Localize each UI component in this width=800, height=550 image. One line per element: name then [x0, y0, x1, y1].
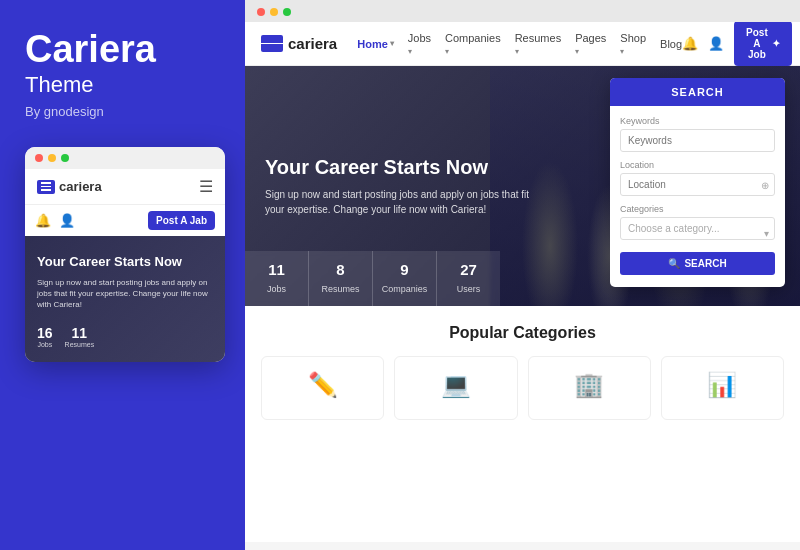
hero-desc: Sign up now and start posting jobs and a… [265, 187, 545, 217]
desktop-post-job-label: Post A Job [746, 27, 768, 60]
location-label: Location [620, 160, 775, 170]
titlebar-dot-green [61, 154, 69, 162]
right-panel: cariera Home ▾ Jobs ▾ Companies ▾ Resume… [245, 0, 800, 550]
design-icon: ✏️ [270, 371, 375, 399]
keywords-label: Keywords [620, 116, 775, 126]
hero-title: Your Career Starts Now [265, 156, 545, 179]
mobile-post-job-button[interactable]: Post A Jab [148, 211, 215, 230]
mobile-hero: Your Career Starts Now Sign up now and s… [25, 236, 225, 362]
desktop-logo: cariera [261, 35, 337, 52]
mobile-navbar: cariera ☰ [25, 169, 225, 205]
mobile-stats: 16 Jobs 11 Resumes [37, 325, 213, 348]
search-header: SEARCH [610, 78, 785, 106]
hamburger-icon[interactable]: ☰ [199, 177, 213, 196]
hero-text: Your Career Starts Now Sign up now and s… [265, 156, 545, 217]
category-card-tech[interactable]: 💻 [394, 356, 517, 420]
hero-users-num: 27 [442, 261, 495, 278]
categories-section: Popular Categories ✏️ 💻 🏢 📊 [245, 306, 800, 430]
mobile-stat-jobs: 16 Jobs [37, 325, 53, 348]
category-card-finance[interactable]: 📊 [661, 356, 784, 420]
tech-icon: 💻 [403, 371, 508, 399]
nav-pages-label: Pages [575, 32, 606, 44]
nav-companies-label: Companies [445, 32, 501, 44]
categories-select[interactable]: Choose a category... [620, 217, 775, 240]
browser-content: cariera Home ▾ Jobs ▾ Companies ▾ Resume… [245, 22, 800, 542]
nav-bell-icon[interactable]: 🔔 [682, 36, 698, 51]
hero-jobs-num: 11 [250, 261, 303, 278]
nav-link-shop[interactable]: Shop ▾ [620, 32, 646, 56]
mobile-icons: 🔔 👤 [35, 213, 75, 228]
nav-jobs-label: Jobs [408, 32, 431, 44]
post-job-icon: ✦ [772, 38, 780, 49]
nav-shop-label: Shop [620, 32, 646, 44]
nav-pages-chevron: ▾ [575, 47, 579, 56]
nav-link-companies[interactable]: Companies ▾ [445, 32, 501, 56]
nav-home-chevron: ▾ [390, 39, 394, 48]
mobile-jobs-count: 16 [37, 325, 53, 341]
search-button-label: SEARCH [684, 258, 726, 269]
nav-companies-chevron: ▾ [445, 47, 449, 56]
keywords-input[interactable] [620, 129, 775, 152]
nav-link-jobs[interactable]: Jobs ▾ [408, 32, 431, 56]
location-field-row: ⊕ [620, 173, 775, 196]
hero-users-label: Users [457, 284, 481, 294]
left-panel: Cariera Theme By gnodesign cariera ☰ 🔔 [0, 0, 245, 550]
hero-companies-num: 9 [378, 261, 431, 278]
titlebar-dot-red [35, 154, 43, 162]
mobile-resumes-label: Resumes [65, 341, 95, 348]
logo-icon [37, 180, 55, 194]
search-body: Keywords Location ⊕ Categories Choose a … [610, 106, 785, 287]
mobile-jobs-label: Jobs [37, 341, 53, 348]
mobile-action-bar: 🔔 👤 Post A Jab [25, 205, 225, 236]
nav-link-resumes[interactable]: Resumes ▾ [515, 32, 561, 56]
nav-home-label: Home [357, 38, 388, 50]
nav-link-blog[interactable]: Blog [660, 38, 682, 50]
category-card-business[interactable]: 🏢 [528, 356, 651, 420]
browser-dot-red [257, 8, 265, 16]
hero-resumes-label: Resumes [321, 284, 359, 294]
nav-user-icon[interactable]: 👤 [708, 36, 724, 51]
categories-title: Popular Categories [261, 324, 784, 342]
desktop-nav-links: Home ▾ Jobs ▾ Companies ▾ Resumes ▾ Page… [357, 32, 682, 56]
user-icon: 👤 [59, 213, 75, 228]
desktop-logo-text: cariera [288, 35, 337, 52]
browser-dot-yellow [270, 8, 278, 16]
nav-right: 🔔 👤 Post A Job ✦ [682, 22, 792, 66]
brand-author: By gnodesign [25, 104, 220, 119]
mobile-stat-resumes: 11 Resumes [65, 325, 95, 348]
hero-stat-jobs: 11 Jobs [245, 251, 309, 306]
browser-dot-green [283, 8, 291, 16]
search-icon: 🔍 [668, 258, 680, 269]
brand-title: Cariera [25, 30, 220, 68]
nav-link-home[interactable]: Home ▾ [357, 38, 394, 50]
search-button[interactable]: 🔍 SEARCH [620, 252, 775, 275]
category-card-design[interactable]: ✏️ [261, 356, 384, 420]
titlebar-dot-yellow [48, 154, 56, 162]
mobile-hero-title: Your Career Starts Now [37, 254, 213, 269]
search-box: SEARCH Keywords Location ⊕ Categories Ch… [610, 78, 785, 287]
mobile-preview-card: cariera ☰ 🔔 👤 Post A Jab Your Career Sta… [25, 147, 225, 362]
mobile-logo-text: cariera [59, 179, 102, 194]
business-icon: 🏢 [537, 371, 642, 399]
brand-subtitle: Theme [25, 72, 220, 98]
nav-link-pages[interactable]: Pages ▾ [575, 32, 606, 56]
location-icon: ⊕ [761, 179, 769, 190]
desktop-logo-icon [261, 35, 283, 52]
nav-resumes-label: Resumes [515, 32, 561, 44]
nav-jobs-chevron: ▾ [408, 47, 412, 56]
hero-stat-companies: 9 Companies [373, 251, 437, 306]
hero-stats: 11 Jobs 8 Resumes 9 Companies 27 Users [245, 251, 500, 306]
location-input[interactable] [620, 173, 775, 196]
mobile-logo: cariera [37, 179, 102, 194]
desktop-nav: cariera Home ▾ Jobs ▾ Companies ▾ Resume… [245, 22, 800, 66]
finance-icon: 📊 [670, 371, 775, 399]
browser-chrome [245, 0, 800, 22]
hero-resumes-num: 8 [314, 261, 367, 278]
desktop-post-job-button[interactable]: Post A Job ✦ [734, 22, 792, 66]
mobile-resumes-count: 11 [65, 325, 95, 341]
hero-stat-resumes: 8 Resumes [309, 251, 373, 306]
categories-select-wrapper: Choose a category... [620, 217, 775, 248]
mobile-hero-desc: Sign up now and start posting jobs and a… [37, 277, 213, 311]
desktop-hero: Your Career Starts Now Sign up now and s… [245, 66, 800, 306]
nav-shop-chevron: ▾ [620, 47, 624, 56]
